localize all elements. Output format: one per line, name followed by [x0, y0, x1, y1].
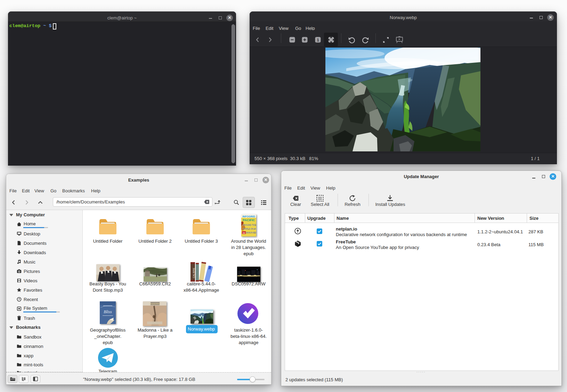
svg-text:A2: A2 — [243, 232, 245, 234]
svg-text:Bliss: Bliss — [104, 309, 112, 314]
svg-text:PACIFIC: PACIFIC — [243, 218, 255, 222]
svg-text:INFOGRID: INFOGRID — [242, 215, 255, 218]
svg-text:AROUND THE: AROUND THE — [243, 224, 256, 226]
svg-text:MADONNA: MADONNA — [149, 303, 161, 305]
svg-text:1: 1 — [317, 38, 319, 42]
svg-text:WORLD IN 28: WORLD IN 28 — [243, 228, 256, 230]
svg-text:CALIBRE: CALIBRE — [193, 268, 195, 278]
